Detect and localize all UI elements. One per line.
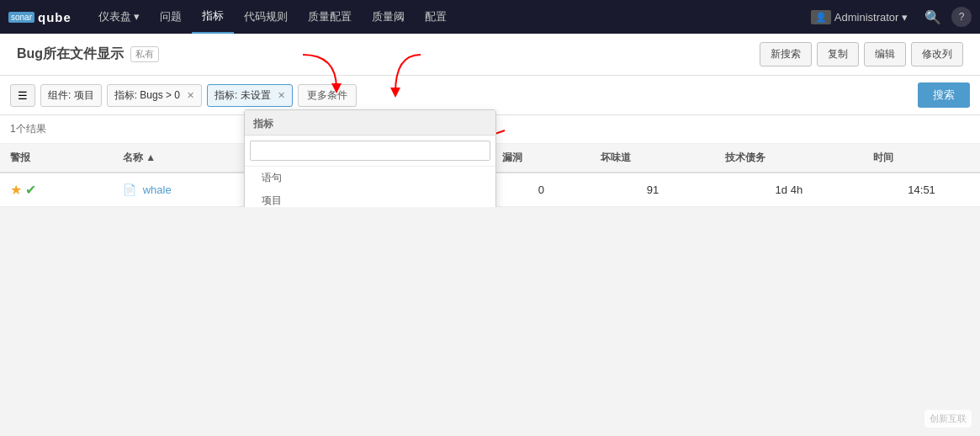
dropdown-search-area: [245, 136, 495, 167]
cell-vulnerabilities: 0: [492, 173, 591, 207]
help-button[interactable]: ?: [951, 7, 972, 27]
filter-bar: ☰ 组件: 项目 指标: Bugs > 0 ✕ 指标: 未设置 ✕ 更多条件 指…: [0, 76, 980, 115]
filter-chip-metrics-label: 指标: 未设置: [215, 88, 271, 103]
name-link[interactable]: whale: [143, 183, 172, 196]
page-title: Bug所在文件显示: [17, 45, 124, 63]
col-header-smells[interactable]: 坏味道: [591, 144, 714, 173]
dropdown-list: 语句 项目 安全性 安全修复工作 安全比率 新代码的安全修复工作 新增漏洞 漏洞…: [245, 167, 495, 207]
nav-config[interactable]: 配置: [415, 0, 457, 34]
dropdown-item-project[interactable]: 项目: [245, 189, 495, 207]
filter-toggle-icon: ☰: [18, 89, 28, 102]
cell-time: 14:51: [863, 173, 980, 207]
filter-chip-bugs[interactable]: 指标: Bugs > 0 ✕: [107, 84, 202, 107]
metrics-dropdown: 指标 语句 项目 安全性 安全修复工作 安全比率 新代码的安全修复工作 新增漏洞…: [244, 109, 496, 207]
copy-button[interactable]: 复制: [817, 42, 859, 66]
logo-text: qube: [38, 10, 72, 24]
filter-chip-component[interactable]: 组件: 项目: [40, 84, 102, 107]
dropdown-search-input[interactable]: [250, 141, 490, 161]
col-header-time[interactable]: 时间: [863, 144, 980, 173]
admin-menu[interactable]: 👤 Administrator ▾: [804, 10, 914, 24]
header-actions: 新搜索 复制 编辑 修改列: [760, 42, 963, 66]
page-badge: 私有: [130, 46, 159, 62]
filter-chip-metrics-close[interactable]: ✕: [278, 90, 285, 101]
check-icon: ✔: [25, 183, 36, 197]
filter-chip-bugs-close[interactable]: ✕: [187, 90, 194, 101]
nav-metrics[interactable]: 指标: [192, 0, 234, 34]
filter-toggle-button[interactable]: ☰: [10, 84, 35, 107]
col-header-alert[interactable]: 警报: [0, 144, 113, 173]
file-icon: 📄: [123, 183, 136, 196]
nav-dashboard[interactable]: 仪表盘 ▾: [88, 0, 151, 34]
dropdown-item-sentences[interactable]: 语句: [245, 167, 495, 189]
admin-icon: 👤: [811, 10, 831, 24]
cell-debt: 1d 4h: [715, 173, 864, 207]
dropdown-header: 指标: [245, 110, 495, 136]
logo-sq: sonar: [8, 12, 34, 23]
top-navigation: sonar qube 仪表盘 ▾ 问题 指标 代码规则 质量配置 质量阈 配置 …: [0, 0, 980, 34]
nav-issues[interactable]: 问题: [150, 0, 192, 34]
new-search-button[interactable]: 新搜索: [760, 42, 812, 66]
nav-right-area: 👤 Administrator ▾ 🔍 ?: [804, 7, 972, 27]
page-title-area: Bug所在文件显示 私有: [17, 45, 159, 63]
edit-button[interactable]: 编辑: [864, 42, 906, 66]
nav-rules[interactable]: 代码规则: [234, 0, 298, 34]
admin-label: Administrator ▾: [834, 11, 908, 24]
filter-chip-metrics[interactable]: 指标: 未设置 ✕: [207, 84, 293, 107]
cell-smells: 91: [591, 173, 714, 207]
more-conditions-button[interactable]: 更多条件: [298, 84, 357, 107]
cell-alert: ★ ✔: [0, 173, 113, 207]
col-header-debt[interactable]: 技术债务: [715, 144, 864, 173]
nav-quality-gates[interactable]: 质量阈: [362, 0, 415, 34]
nav-quality-profiles[interactable]: 质量配置: [298, 0, 362, 34]
search-button[interactable]: 搜索: [918, 82, 970, 108]
global-search-button[interactable]: 🔍: [918, 9, 948, 25]
filter-chip-component-label: 组件: 项目: [48, 88, 94, 103]
filter-chip-bugs-label: 指标: Bugs > 0: [114, 88, 180, 103]
col-header-vulnerabilities[interactable]: 漏洞: [492, 144, 591, 173]
logo: sonar qube: [8, 10, 72, 24]
star-icon[interactable]: ★: [10, 183, 22, 197]
page-header: Bug所在文件显示 私有 新搜索 复制 编辑 修改列: [0, 34, 980, 76]
modify-cols-button[interactable]: 修改列: [911, 42, 963, 66]
